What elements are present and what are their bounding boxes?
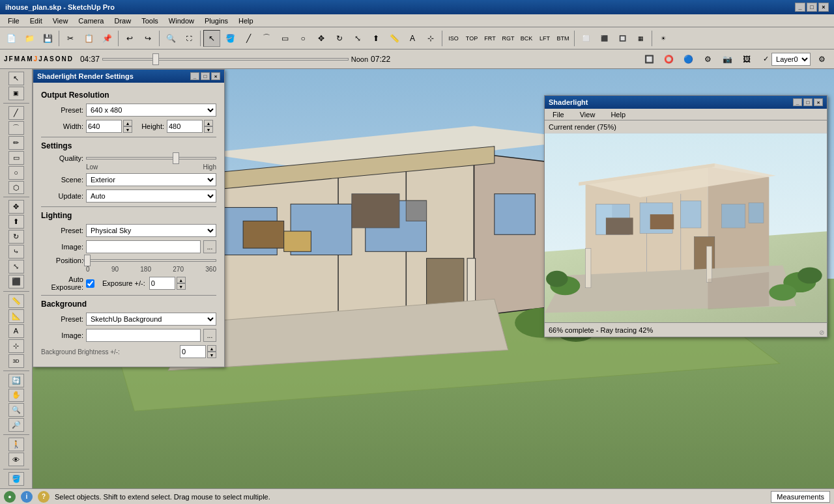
- zoom-extents-button[interactable]: ⛶: [180, 30, 197, 47]
- tool-follow[interactable]: ⤷: [8, 245, 24, 259]
- auto-exposure-checkbox[interactable]: [86, 279, 94, 288]
- bg-browse-btn[interactable]: ...: [203, 329, 216, 342]
- tool-circle[interactable]: ○: [8, 166, 24, 180]
- bottom-view[interactable]: BTM: [554, 30, 571, 47]
- select-button[interactable]: ↖: [203, 30, 220, 47]
- month-s[interactable]: S: [50, 55, 54, 63]
- resolution-preset-select[interactable]: 640 x 480 800 x 600 1024 x 768 Custom: [86, 104, 216, 117]
- top-view[interactable]: TOP: [463, 30, 480, 47]
- rp-minimize[interactable]: _: [793, 98, 802, 106]
- render-btn-5[interactable]: 📷: [719, 51, 736, 68]
- tool-axes[interactable]: ⊹: [8, 339, 24, 353]
- tool-paint[interactable]: 🪣: [8, 472, 24, 486]
- save-button[interactable]: 💾: [39, 30, 56, 47]
- cut-button[interactable]: ✂: [62, 30, 79, 47]
- rp-menu-help[interactable]: Help: [605, 109, 631, 120]
- paste-button[interactable]: 📌: [98, 30, 115, 47]
- month-d[interactable]: D: [68, 55, 72, 63]
- render-btn-4[interactable]: ⚙: [699, 51, 716, 68]
- exposure-down[interactable]: ▼: [177, 283, 186, 290]
- copy-button[interactable]: 📋: [80, 30, 97, 47]
- menu-camera[interactable]: Camera: [73, 16, 109, 26]
- tool-move[interactable]: ✥: [8, 200, 24, 214]
- lighting-browse-btn[interactable]: ...: [203, 240, 216, 253]
- left-view[interactable]: LFT: [536, 30, 553, 47]
- menu-window[interactable]: Window: [164, 16, 199, 26]
- bg-brightness-input[interactable]: [180, 345, 206, 358]
- tool-3dtext[interactable]: 3D: [8, 354, 24, 368]
- axes-button[interactable]: ⊹: [422, 30, 439, 47]
- hidden-line-btn[interactable]: ⬛: [596, 30, 612, 47]
- redo-button[interactable]: ↪: [139, 30, 156, 47]
- month-a1[interactable]: A: [21, 55, 25, 63]
- zoom-button[interactable]: 🔍: [162, 30, 179, 47]
- tool-zoomwin[interactable]: 🔎: [8, 418, 24, 432]
- month-o[interactable]: O: [55, 55, 61, 63]
- layer-settings[interactable]: ⚙: [813, 51, 830, 68]
- text-button[interactable]: A: [404, 30, 421, 47]
- render-btn-3[interactable]: 🔵: [680, 51, 697, 68]
- month-j1[interactable]: J: [4, 55, 8, 63]
- rp-menu-file[interactable]: File: [547, 109, 569, 120]
- scene-select[interactable]: Exterior Interior Exterior Night: [86, 173, 216, 186]
- tape-button[interactable]: 📏: [386, 30, 403, 47]
- textured-btn[interactable]: ▦: [632, 30, 649, 47]
- lighting-image-input[interactable]: [86, 240, 201, 253]
- scale-button[interactable]: ⤡: [349, 30, 366, 47]
- menu-view[interactable]: View: [48, 16, 74, 26]
- month-m1[interactable]: M: [14, 55, 20, 63]
- bg-brightness-down[interactable]: ▼: [207, 352, 216, 358]
- render-btn-2[interactable]: ⭕: [660, 51, 677, 68]
- position-slider[interactable]: [83, 259, 216, 262]
- rect-button[interactable]: ▭: [276, 30, 293, 47]
- rp-maximize[interactable]: □: [803, 98, 812, 106]
- render-settings-maximize[interactable]: □: [201, 72, 210, 80]
- bg-preset-select[interactable]: SketchUp Background Physical Sky HDR Ima…: [86, 313, 216, 326]
- lighting-preset-select[interactable]: Physical Sky Artificial Lights HDR Image: [86, 224, 216, 237]
- paint-button[interactable]: 🪣: [222, 30, 238, 47]
- tool-line[interactable]: ╱: [8, 106, 24, 120]
- tool-text[interactable]: A: [8, 324, 24, 338]
- arc-button[interactable]: ⌒: [258, 30, 275, 47]
- menu-help[interactable]: Help: [233, 16, 259, 26]
- quality-slider[interactable]: [86, 157, 216, 160]
- minimize-button[interactable]: _: [795, 3, 805, 12]
- height-down[interactable]: ▼: [204, 126, 213, 133]
- restore-button[interactable]: □: [807, 3, 817, 12]
- render-settings-close[interactable]: ×: [211, 72, 220, 80]
- render-btn-1[interactable]: 🔲: [640, 51, 657, 68]
- resize-handle[interactable]: ⊘: [819, 329, 826, 335]
- tool-select[interactable]: ↖: [8, 72, 24, 85]
- rp-close[interactable]: ×: [814, 98, 823, 106]
- month-a2[interactable]: A: [44, 55, 48, 63]
- width-up[interactable]: ▲: [123, 120, 132, 126]
- tool-orbit[interactable]: 🔄: [8, 374, 24, 387]
- menu-draw[interactable]: Draw: [109, 16, 136, 26]
- month-n[interactable]: N: [61, 55, 66, 63]
- height-up[interactable]: ▲: [204, 120, 213, 126]
- menu-file[interactable]: File: [3, 16, 25, 26]
- shaded-btn[interactable]: 🔲: [614, 30, 631, 47]
- shadow-btn[interactable]: ☀: [655, 30, 672, 47]
- update-select[interactable]: Auto Manual: [86, 189, 216, 203]
- month-j3[interactable]: J: [38, 55, 42, 63]
- new-button[interactable]: 📄: [3, 30, 20, 47]
- layer-select[interactable]: Layer0: [771, 53, 811, 66]
- month-j2[interactable]: J: [34, 55, 38, 63]
- move-button[interactable]: ✥: [313, 30, 330, 47]
- tool-scale[interactable]: ⤡: [8, 260, 24, 273]
- tool-select2[interactable]: ▣: [8, 87, 24, 100]
- render-settings-minimize[interactable]: _: [190, 72, 199, 80]
- tool-polygon[interactable]: ⬡: [8, 181, 24, 195]
- back-view[interactable]: BCK: [518, 30, 535, 47]
- tool-freehand[interactable]: ✏: [8, 136, 24, 150]
- tool-look[interactable]: 👁: [8, 453, 24, 466]
- line-button[interactable]: ╱: [240, 30, 257, 47]
- tool-protractor[interactable]: 📐: [8, 309, 24, 323]
- tool-walk[interactable]: 🚶: [8, 438, 24, 451]
- exposure-input[interactable]: [149, 277, 175, 290]
- front-view[interactable]: FRT: [482, 30, 498, 47]
- height-input[interactable]: [167, 120, 203, 133]
- push-pull-button[interactable]: ⬆: [367, 30, 384, 47]
- month-f[interactable]: F: [9, 55, 13, 63]
